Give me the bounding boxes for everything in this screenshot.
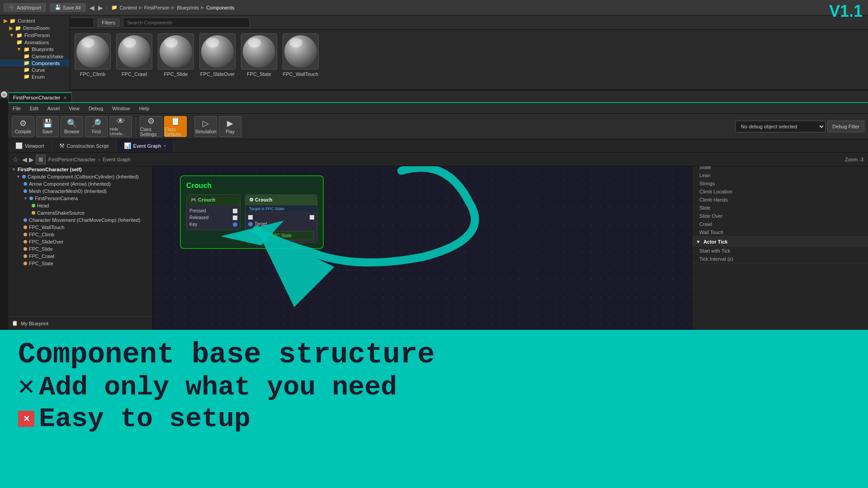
tree-item-content[interactable]: ▶ 📁 Content	[0, 17, 70, 24]
class-settings-icon: ⚙	[147, 116, 155, 126]
comp-root[interactable]: ▼ FirstPersonCharacter (self)	[8, 166, 152, 173]
comp-arrow[interactable]: Arrow Component (Arrow) (Inherited)	[8, 180, 152, 188]
comp-capsule[interactable]: ▼ Capsule Component (CollisionCylinder) …	[8, 173, 152, 180]
my-blueprint-panel[interactable]: 📋 My Blueprint	[8, 316, 153, 330]
detail-climb-hands[interactable]: Climb Hands	[692, 196, 868, 204]
content-browser: ➕ Add/Import 💾 Save All ◀ ▶ | 📁 Content …	[0, 0, 868, 90]
tree-item-blueprints[interactable]: ▼ 📁 Blueprints	[0, 46, 70, 53]
viewport-icon: ⬜	[15, 142, 23, 149]
detail-tick-interval[interactable]: Tick Interval (s)	[692, 255, 868, 263]
comp-climb[interactable]: FPC_Climb	[8, 231, 152, 238]
input-node-icon: 🎮	[190, 197, 197, 202]
bp-item-slide[interactable]: FPC_Slide	[156, 33, 196, 77]
menu-asset[interactable]: Asset	[43, 103, 65, 113]
add-icon: ➕	[9, 5, 15, 10]
nav-forward-graph-icon[interactable]: ▶	[29, 156, 34, 163]
detail-start-with-tick[interactable]: Start with Tick	[692, 247, 868, 255]
tree-item-components[interactable]: 📁 Components	[0, 60, 70, 66]
sub-tab-viewport[interactable]: ⬜ Viewport	[8, 139, 52, 152]
bullet-arrow	[24, 182, 27, 186]
browse-button[interactable]: 🔍 Browse	[61, 116, 83, 137]
menu-help[interactable]: Help	[134, 103, 154, 113]
actor-tick-section-header[interactable]: ▼ Actor Tick	[692, 237, 868, 247]
comp-slide[interactable]: FPC_Slide	[8, 245, 152, 253]
class-defaults-button[interactable]: 📋 Class Defaults	[164, 116, 187, 137]
comp-slideover[interactable]: FPC_SlideOver	[8, 238, 152, 245]
detail-lean[interactable]: Lean	[692, 171, 868, 179]
save-icon: 💾	[42, 118, 52, 128]
simulation-button[interactable]: ▷ Simulation	[194, 116, 217, 137]
comp-head[interactable]: Head	[8, 202, 152, 209]
bp-item-crawl[interactable]: FPC_Crawl	[114, 33, 155, 77]
tree-item-animations[interactable]: 📁 Animations	[0, 39, 70, 46]
tree-item-enum[interactable]: 📁 Enum	[0, 73, 70, 80]
comp-camera[interactable]: ▼ FirstPersonCamera	[8, 195, 152, 202]
menu-edit[interactable]: Edit	[25, 103, 43, 113]
menu-view[interactable]: View	[64, 103, 84, 113]
comp-mesh[interactable]: Mesh (CharacterMesh0) (Inherited)	[8, 188, 152, 195]
tree-item-demoroom[interactable]: ▶ 📁 DemoRoom	[0, 24, 70, 32]
detail-strings[interactable]: Strings	[692, 179, 868, 188]
event-graph-icon: 📊	[124, 142, 131, 149]
bp-item-slideover[interactable]: FPC_SlideOver	[197, 33, 238, 77]
nav-back-icon[interactable]: ◀	[90, 4, 94, 11]
tab-bar: FirstPersonCharacter ✕	[8, 90, 868, 103]
add-import-button[interactable]: ➕ Add/Import	[4, 3, 46, 12]
sub-tab-construction[interactable]: ⚒ Construction Script	[52, 139, 117, 152]
sub-tab-event-graph[interactable]: 📊 Event Graph ▾	[117, 139, 174, 152]
menu-file[interactable]: File	[8, 103, 25, 113]
close-x-button[interactable]: ✕	[18, 411, 34, 427]
tree-item-camerashake[interactable]: 📁 CameraShake	[0, 53, 70, 60]
bp-icon-crawl	[116, 33, 152, 70]
bullet-head	[32, 204, 35, 207]
bullet-camerashake	[32, 211, 35, 215]
detail-slide[interactable]: Slide	[692, 204, 868, 212]
compile-button[interactable]: ⚙ Compile	[12, 116, 34, 137]
save-button[interactable]: 💾 Save	[36, 116, 59, 137]
bookmark-icon[interactable]: ☆	[13, 156, 19, 163]
debug-filter-button[interactable]: Debug Filter	[827, 121, 864, 132]
tree-item-firstperson[interactable]: ▼ 📁 FirstPerson	[0, 32, 70, 39]
menu-window[interactable]: Window	[108, 103, 134, 113]
menu-debug[interactable]: Debug	[84, 103, 108, 113]
fpc-state-button[interactable]: FPC State	[248, 231, 314, 240]
bullet-walltouch	[24, 225, 27, 229]
debug-object-select[interactable]: No debug object selected	[735, 121, 826, 132]
comp-walltouch[interactable]: FPC_WallTouch	[8, 224, 152, 231]
action-node[interactable]: ⚙ Crouch Target is FPC State Targe	[245, 194, 317, 243]
sub-toolbar: ⬜ Viewport ⚒ Construction Script 📊 Event…	[8, 139, 868, 153]
detail-climb-location[interactable]: Climb Location	[692, 188, 868, 196]
comp-crawl[interactable]: FPC_Crawl	[8, 253, 152, 260]
nav-forward-icon[interactable]: ▶	[98, 4, 103, 11]
save-all-button[interactable]: 💾 Save All	[50, 3, 86, 12]
bp-item-climb[interactable]: FPC_Climb	[72, 33, 113, 77]
main-tab[interactable]: FirstPersonCharacter ✕	[8, 92, 72, 102]
detail-slide-over[interactable]: Slide Over	[692, 212, 868, 220]
input-node[interactable]: 🎮 Crouch Pressed Released Ke	[186, 194, 241, 230]
bottom-text-1: Component base structure	[18, 339, 850, 371]
bp-item-walltouch[interactable]: FPC_WallTouch	[280, 33, 321, 77]
comp-state[interactable]: FPC_State	[8, 260, 152, 267]
graph-area[interactable]: Crouch Crouch 🎮 Crouch Pressed	[153, 166, 692, 330]
find-button[interactable]: 🔎 Find	[85, 116, 108, 137]
detail-wall-touch[interactable]: Wall Touch	[692, 228, 868, 236]
search-components-input[interactable]	[123, 18, 250, 28]
tab-close-icon[interactable]: ✕	[63, 95, 67, 100]
grid-view-icon[interactable]: ⊞	[36, 155, 46, 164]
tree-item-curve[interactable]: 📁 Curve	[0, 66, 70, 73]
bp-item-state[interactable]: FPC_State	[239, 33, 279, 77]
hide-icon: 👁	[117, 117, 125, 126]
filters-button[interactable]: Filters	[98, 19, 119, 27]
find-icon: 🔎	[91, 118, 101, 128]
comp-camerashakesource[interactable]: CameraShakeSource	[8, 209, 152, 216]
comp-charmovement[interactable]: Character Movement (CharMoveComp) (Inher…	[8, 216, 152, 224]
bullet-slide	[24, 247, 27, 251]
nav-back-graph-icon[interactable]: ◀	[22, 156, 27, 163]
play-button[interactable]: ▶ Play	[219, 116, 241, 137]
bottom-teal-section: Component base structure ✕ Add only what…	[0, 330, 868, 488]
class-settings-button[interactable]: ⚙ Class Settings	[140, 116, 162, 137]
detail-crawl[interactable]: Crawl	[692, 220, 868, 228]
hide-unrelated-button[interactable]: 👁 Hide Unrela...	[109, 116, 132, 137]
action-node-icon: ⚙	[249, 197, 254, 202]
bullet-climb	[24, 233, 27, 236]
